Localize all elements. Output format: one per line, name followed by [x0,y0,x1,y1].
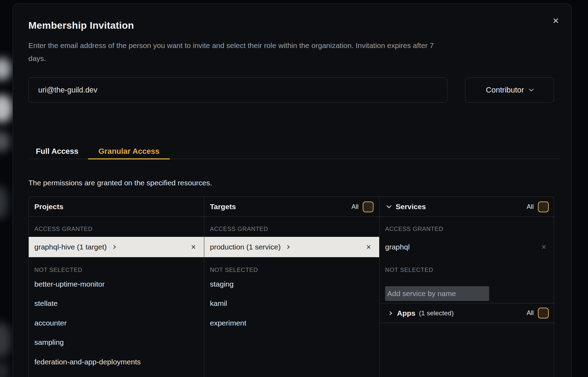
project-granted-label: graphql-hive (1 target) [34,243,107,251]
backdrop-blob [0,322,11,357]
backdrop-blob [0,131,10,152]
service-granted-label: graphql [385,243,410,251]
apps-all-label: All [527,309,534,317]
dialog-description: Enter the email address of the person yo… [28,39,561,65]
services-header-label: Services [396,203,426,211]
invite-email-input[interactable] [28,77,447,103]
targets-access-granted-label: ACCESS GRANTED [210,226,268,233]
membership-invitation-dialog: × Membership Invitation Enter the email … [13,4,572,377]
target-granted-row[interactable]: production (1 service) × [204,237,379,257]
chevron-right-icon [286,245,289,249]
targets-column-header: Targets All [204,197,379,217]
add-service-input[interactable] [385,286,489,301]
service-granted-row[interactable]: graphql × [380,237,554,257]
tab-granular-access[interactable]: Granular Access [88,144,170,159]
dialog-title: Membership Invitation [28,20,134,31]
services-column: Services All ACCESS GRANTED graphql × NO… [379,197,554,377]
role-dropdown[interactable]: Contributor [465,77,554,103]
targets-header-label: Targets [210,203,236,211]
target-granted-label: production (1 service) [210,243,281,251]
remove-target-icon[interactable]: × [364,242,373,252]
targets-not-selected-list: NOT SELECTED staging kamil experiment [210,267,374,333]
resource-selector-table: Projects ACCESS GRANTED graphql-hive (1 … [28,197,554,377]
backdrop-blob [0,95,13,123]
projects-column: Projects ACCESS GRANTED graphql-hive (1 … [29,197,204,377]
services-select-all-checkbox[interactable] [538,201,549,212]
role-dropdown-value: Contributor [486,85,524,95]
access-tabs: Full Access Granular Access [28,144,560,159]
project-list-item[interactable]: sampling [34,333,198,352]
targets-column: Targets All ACCESS GRANTED production (1… [204,197,379,377]
services-not-selected-label: NOT SELECTED [385,267,549,274]
chevron-down-icon [529,87,534,91]
projects-column-header: Projects [29,197,204,217]
target-list-item[interactable]: staging [210,274,374,294]
tab-full-access[interactable]: Full Access [30,144,84,159]
projects-access-granted-label: ACCESS GRANTED [34,226,93,233]
projects-header-label: Projects [34,203,63,211]
close-icon[interactable]: × [551,15,561,26]
services-column-header[interactable]: Services All [380,197,554,217]
project-list-item[interactable]: better-uptime-monitor [34,274,198,294]
remove-service-icon[interactable]: × [540,242,548,252]
targets-select-all-checkbox[interactable] [363,201,374,212]
apps-select-all-checkbox[interactable] [538,308,549,318]
targets-all-label: All [351,203,358,211]
services-access-granted-label: ACCESS GRANTED [385,226,443,233]
permissions-note: The permissions are granted on the speci… [28,177,212,188]
projects-not-selected-list: NOT SELECTED better-uptime-monitor stell… [34,267,198,372]
apps-label: Apps [397,309,416,317]
dialog-description-line2: days. [28,54,46,62]
services-not-selected-list: NOT SELECTED [385,267,549,274]
project-list-item[interactable]: federation-and-app-deployments [34,352,198,372]
project-list-item[interactable]: accounter [34,313,198,333]
project-list-item[interactable]: stellate [34,294,198,314]
target-list-item[interactable]: kamil [210,294,374,314]
project-granted-row[interactable]: graphql-hive (1 target) × [29,237,204,257]
backdrop-blob [0,58,11,80]
apps-expander-row[interactable]: Apps (1 selected) All [380,303,554,323]
projects-not-selected-label: NOT SELECTED [34,267,198,274]
remove-project-icon[interactable]: × [189,242,198,252]
targets-not-selected-label: NOT SELECTED [210,267,374,274]
chevron-down-icon [387,203,391,208]
backdrop-blob [0,186,8,219]
backdrop-blob [0,361,9,377]
chevron-right-icon [388,311,392,315]
dialog-description-line1: Enter the email address of the person yo… [28,41,434,49]
apps-selection-count: (1 selected) [419,309,454,317]
chevron-right-icon [112,245,116,249]
services-all-label: All [527,203,534,211]
target-list-item[interactable]: experiment [210,313,374,333]
